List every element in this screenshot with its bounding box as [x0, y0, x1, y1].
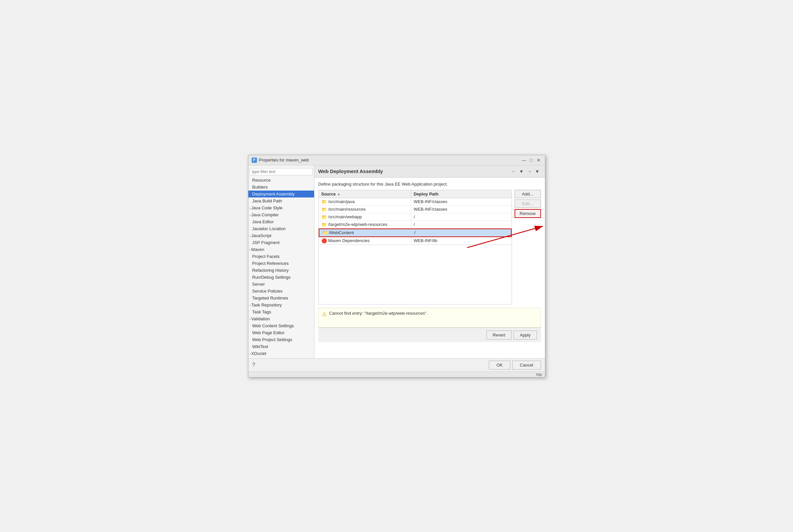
sidebar-item-server[interactable]: Server: [248, 281, 314, 288]
folder-icon: 📁: [321, 222, 327, 227]
col-source-label: Source: [321, 192, 336, 196]
table-with-buttons: Source ▲ Deploy Path 📁 /src/main/java: [318, 190, 541, 304]
sidebar-item-javadoc-location[interactable]: Javadoc Location: [248, 225, 314, 232]
sort-arrow-icon: ▲: [337, 192, 341, 196]
table-row[interactable]: 📁 /target/m2e-wtp/web-resources /: [319, 221, 512, 229]
folder-icon: 📁: [321, 207, 327, 212]
source-path: /src/main/webapp: [328, 214, 362, 219]
table-empty-space: [319, 245, 512, 304]
sidebar-item-xdoclet[interactable]: ›XDoclet: [248, 350, 314, 357]
source-path: /src/main/java: [328, 199, 355, 204]
dialog-body: Resource Builders Deployment Assembly Ja…: [248, 166, 545, 358]
td-source: 📁 /src/main/webapp: [319, 213, 411, 221]
sidebar-item-resource[interactable]: Resource: [248, 177, 314, 184]
table-header: Source ▲ Deploy Path: [319, 190, 512, 198]
description: Define packaging structure for this Java…: [318, 182, 541, 187]
sidebar-item-web-page-editor[interactable]: Web Page Editor: [248, 329, 314, 336]
warning-icon: ⚠: [322, 311, 327, 317]
table-row[interactable]: 📁 /src/main/webapp /: [319, 213, 512, 221]
nav-back-button[interactable]: ←: [510, 168, 517, 175]
source-path: /src/main/resources: [328, 207, 365, 212]
nav-dropdown-button[interactable]: ▼: [518, 168, 525, 175]
dialog-footer: ? OK Cancel: [248, 358, 545, 372]
titlebar-left: P Properties for maven_web: [252, 157, 309, 163]
source-path: /WebContent: [329, 230, 354, 235]
properties-dialog: P Properties for maven_web — □ ✕ Resourc…: [248, 155, 545, 377]
close-button[interactable]: ✕: [536, 157, 542, 163]
titlebar: P Properties for maven_web — □ ✕: [248, 155, 545, 166]
sidebar-item-project-references[interactable]: Project References: [248, 260, 314, 267]
sidebar-item-web-project-settings[interactable]: Web Project Settings: [248, 336, 314, 343]
sidebar-item-deployment-assembly[interactable]: Deployment Assembly: [248, 191, 314, 197]
maven-icon: 🔴: [321, 238, 327, 243]
td-deploy: WEB-INF/classes: [411, 206, 512, 213]
ok-button[interactable]: OK: [489, 361, 510, 369]
table-row[interactable]: 📁 /WebContent /: [319, 229, 512, 237]
nav-arrows: ← ▼ → ▼: [510, 168, 541, 175]
sidebar-item-jsp-fragment[interactable]: JSP Fragment: [248, 239, 314, 246]
sidebar-item-web-content-settings[interactable]: Web Content Settings: [248, 322, 314, 329]
footer-buttons: OK Cancel: [489, 361, 541, 369]
folder-icon: 📁: [321, 214, 327, 220]
sidebar-item-run-debug-settings[interactable]: Run/Debug Settings: [248, 274, 314, 281]
table-row[interactable]: 📁 /src/main/java WEB-INF/classes: [319, 198, 512, 206]
table-row[interactable]: 📁 /src/main/resources WEB-INF/classes: [319, 206, 512, 213]
remove-button[interactable]: Remove: [514, 209, 541, 218]
maximize-button[interactable]: □: [528, 157, 534, 163]
source-path: Maven Dependencies: [328, 238, 370, 243]
status-text: http: [536, 373, 542, 377]
td-deploy: /: [412, 229, 511, 236]
th-source: Source ▲: [319, 190, 411, 198]
sidebar-item-wikitext[interactable]: WikiText: [248, 343, 314, 350]
sidebar-item-targeted-runtimes[interactable]: Targeted Runtimes: [248, 294, 314, 302]
cancel-button[interactable]: Cancel: [512, 361, 541, 369]
revert-button[interactable]: Revert: [487, 330, 512, 340]
td-deploy: WEB-INF/classes: [411, 198, 512, 205]
filter-input[interactable]: [250, 168, 313, 175]
sidebar-item-refactoring-history[interactable]: Refactoring History: [248, 267, 314, 274]
dialog-title: Properties for maven_web: [259, 157, 309, 163]
warning-area: ⚠ Cannot find entry: "/target/m2e-wtp/we…: [318, 308, 541, 328]
td-deploy: /: [411, 213, 512, 221]
main-title: Web Deployment Assembly: [318, 168, 383, 174]
main-panel: Web Deployment Assembly ← ▼ → ▼ Define p…: [315, 166, 545, 358]
sidebar-item-builders[interactable]: Builders: [248, 184, 314, 191]
sidebar-item-service-policies[interactable]: Service Policies: [248, 288, 314, 294]
td-source: 📁 /src/main/resources: [319, 206, 411, 213]
help-icon[interactable]: ?: [252, 362, 255, 368]
dialog-icon: P: [252, 157, 257, 163]
td-source: 🔴 Maven Dependencies: [319, 237, 411, 244]
td-source: 📁 /target/m2e-wtp/web-resources: [319, 221, 411, 228]
titlebar-controls: — □ ✕: [521, 157, 542, 163]
sidebar-item-project-facets[interactable]: Project Facets: [248, 253, 314, 260]
assembly-table: Source ▲ Deploy Path 📁 /src/main/java: [318, 190, 512, 304]
apply-button[interactable]: Apply: [514, 330, 537, 340]
main-content: Define packaging structure for this Java…: [315, 178, 545, 358]
sidebar-item-task-repository[interactable]: ›Task Repository: [248, 302, 314, 308]
folder-icon: 📁: [322, 230, 328, 235]
td-source: 📁 /WebContent: [319, 229, 412, 236]
status-bar: http: [248, 372, 545, 377]
minimize-button[interactable]: —: [521, 157, 527, 163]
td-source: 📁 /src/main/java: [319, 198, 411, 205]
sidebar-item-javascript[interactable]: ›JavaScript: [248, 232, 314, 239]
warning-text: Cannot find entry: "/target/m2e-wtp/web-…: [329, 311, 428, 316]
sidebar-item-maven[interactable]: ›Maven: [248, 246, 314, 253]
add-button[interactable]: Add...: [514, 190, 541, 198]
table-row[interactable]: 🔴 Maven Dependencies WEB-INF/lib: [319, 237, 512, 245]
sidebar-item-java-code-style[interactable]: ›Java Code Style: [248, 204, 314, 211]
sidebar-item-task-tags[interactable]: Task Tags: [248, 308, 314, 316]
sidebar: Resource Builders Deployment Assembly Ja…: [248, 166, 315, 358]
th-deploy: Deploy Path: [411, 190, 512, 198]
bottom-bar: Revert Apply: [318, 328, 541, 342]
folder-icon: 📁: [321, 199, 327, 204]
sidebar-item-java-build-path[interactable]: Java Build Path: [248, 197, 314, 204]
sidebar-item-java-compiler[interactable]: ›Java Compiler: [248, 211, 314, 218]
edit-button[interactable]: Edit...: [514, 200, 541, 208]
source-path: /target/m2e-wtp/web-resources: [328, 222, 388, 227]
sidebar-item-validation[interactable]: ›Validation: [248, 316, 314, 322]
sidebar-item-java-editor[interactable]: Java Editor: [248, 218, 314, 225]
main-header: Web Deployment Assembly ← ▼ → ▼: [315, 166, 545, 178]
nav-forward-dropdown-button[interactable]: ▼: [534, 168, 541, 175]
nav-forward-button[interactable]: →: [526, 168, 533, 175]
